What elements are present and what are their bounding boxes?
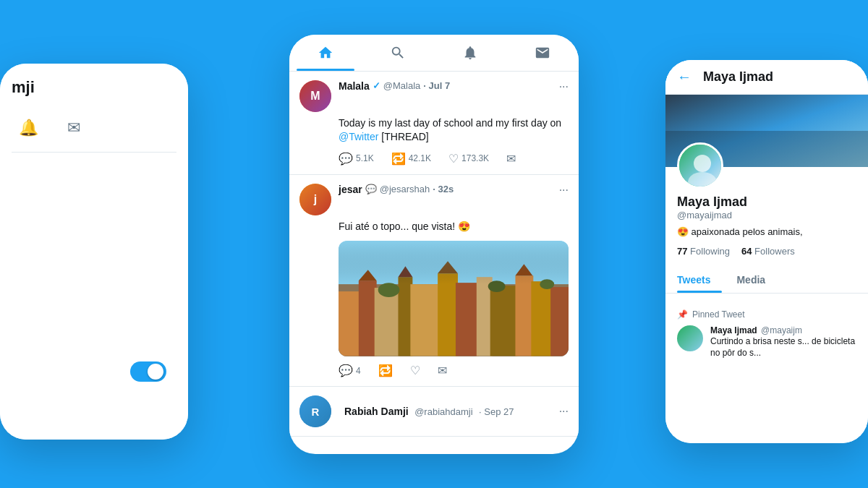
svg-rect-11	[515, 275, 533, 356]
share-action-jesar[interactable]: ✉	[438, 364, 447, 377]
pinned-tweet-handle: @mayaijm	[761, 325, 802, 335]
like-action-malala[interactable]: ♡ 173.3K	[448, 152, 489, 166]
svg-rect-2	[339, 291, 360, 356]
tweet-actions-malala: 💬 5.1K 🔁 42.1K ♡ 173.3K ✉	[339, 152, 569, 166]
left-phone: mji 🔔 ✉	[0, 64, 188, 440]
share-icon: ✉	[506, 152, 516, 166]
like-count-malala: 173.3K	[461, 153, 489, 163]
avatar-rabiah: R	[299, 395, 331, 427]
tab-tweets[interactable]: Tweets	[677, 267, 722, 293]
avatar-jesar: j	[299, 184, 331, 215]
toggle-switch[interactable]	[130, 361, 166, 382]
tweet-more-jesar[interactable]: ···	[559, 184, 569, 197]
toggle-area[interactable]	[130, 361, 166, 382]
speech-bubble-icon: 💬	[365, 184, 377, 194]
pinned-tweet-author: Maya Ijmad @mayaijm	[710, 325, 856, 335]
mail-icon: ✉	[67, 119, 80, 137]
reply-count-malala: 5.1K	[356, 153, 374, 163]
svg-point-25	[694, 155, 711, 172]
following-count: 77	[677, 246, 687, 257]
svg-rect-10	[490, 286, 518, 356]
retweet-count-malala: 42.1K	[409, 153, 431, 163]
svg-rect-12	[531, 281, 553, 356]
tweet-time-jesar: · 32s	[433, 184, 454, 194]
svg-rect-13	[550, 287, 569, 356]
profile-handle: @mayaijmad	[677, 210, 856, 221]
tweet-time-rabiah: · Sep 27	[479, 406, 514, 417]
like-action-jesar[interactable]: ♡	[410, 364, 420, 377]
pinned-label: 📌 Pinned Tweet	[677, 309, 856, 320]
tweet-handle-rabiah: @rabiahdamji	[414, 406, 472, 417]
pinned-section: 📌 Pinned Tweet Maya Ijmad @mayaijm Curti…	[665, 302, 868, 367]
nav-home[interactable]	[289, 35, 362, 71]
tweet-malala: M Malala ✓ @Malala · Jul 7 ··· Today is …	[289, 72, 579, 175]
tweet-meta-jesar: jesar 💬 @jesarshah · 32s	[339, 184, 559, 195]
svg-rect-21	[339, 241, 569, 285]
share-icon-jesar: ✉	[438, 364, 447, 377]
avatar-malala: M	[299, 80, 331, 112]
svg-rect-6	[410, 284, 439, 356]
tweet-time-malala: · Jul 7	[423, 80, 450, 91]
tweet-actions-jesar: 💬 4 🔁 ♡ ✉	[339, 364, 569, 377]
retweet-icon: 🔁	[391, 152, 406, 166]
nav-bell[interactable]	[434, 35, 506, 71]
svg-rect-7	[438, 274, 458, 356]
reply-count-jesar: 4	[356, 366, 361, 376]
tweet-more-rabiah[interactable]: ···	[559, 405, 569, 418]
profile-cover	[665, 95, 868, 167]
svg-point-18	[378, 283, 400, 297]
tweet-body-malala: Today is my last day of school and my fi…	[339, 116, 569, 145]
back-arrow-icon[interactable]: ←	[677, 69, 692, 85]
tweet-jesar: j jesar 💬 @jesarshah · 32s ··· Fui até o…	[289, 175, 579, 388]
profile-avatar	[677, 142, 723, 189]
bell-icon: 🔔	[19, 119, 38, 137]
tweet-handle-malala: @Malala	[383, 80, 421, 91]
pinned-tweet: Maya Ijmad @mayaijm Curtindo a brisa nes…	[677, 325, 856, 360]
retweet-icon-jesar: 🔁	[378, 364, 393, 377]
tweet-body-jesar: Fui até o topo... que vista! 😍	[339, 220, 569, 234]
heart-icon-jesar: ♡	[410, 364, 420, 377]
profile-bio: 😍 apaixonada pelos animais,	[677, 226, 856, 237]
nav-mail[interactable]	[506, 35, 579, 71]
following-label: Following	[690, 246, 730, 257]
reply-action-malala[interactable]: 💬 5.1K	[339, 152, 374, 166]
nav-search[interactable]	[362, 35, 434, 71]
center-phone: M Malala ✓ @Malala · Jul 7 ··· Today is …	[289, 35, 579, 454]
retweet-action-malala[interactable]: 🔁 42.1K	[391, 152, 431, 166]
profile-tabs: Tweets Media	[665, 267, 868, 294]
tweet-author-rabiah: Rabiah Damji @rabiahdamji · Sep 27	[344, 405, 514, 418]
tweet-more-malala[interactable]: ···	[559, 80, 569, 93]
svg-rect-4	[375, 288, 400, 356]
followers-label: Followers	[754, 246, 795, 257]
verified-badge-malala: ✓	[373, 80, 380, 91]
tweet-rabiah: R Rabiah Damji @rabiahdamji · Sep 27 ···	[289, 387, 579, 437]
right-phone-header: ← Maya Ijmad	[665, 60, 868, 95]
right-phone: ← Maya Ijmad	[665, 60, 868, 443]
heart-icon: ♡	[448, 152, 459, 166]
profile-name: Maya Ijmad	[677, 194, 856, 210]
twitter-link[interactable]: @Twitter	[339, 131, 378, 142]
profile-avatar-wrapper	[677, 142, 723, 189]
reply-action-jesar[interactable]: 💬 4	[339, 364, 361, 377]
tweet-author-malala: Malala	[339, 80, 370, 92]
tweet-image-jesar	[339, 241, 569, 356]
left-title: mji	[12, 78, 176, 97]
reply-icon-jesar: 💬	[339, 364, 353, 377]
followers-stat[interactable]: 64 Followers	[741, 246, 795, 257]
profile-header-title: Maya Ijmad	[703, 69, 773, 85]
svg-rect-8	[456, 283, 479, 356]
tweet-meta-malala: Malala ✓ @Malala · Jul 7	[339, 80, 559, 92]
followers-count: 64	[741, 246, 752, 257]
profile-stats: 77 Following 64 Followers	[677, 246, 856, 257]
pinned-avatar	[677, 325, 703, 351]
share-action-malala[interactable]: ✉	[506, 152, 516, 166]
tweet-author-jesar: jesar	[339, 184, 362, 195]
tweet-handle-jesar: @jesarshah	[380, 184, 430, 194]
following-stat[interactable]: 77 Following	[677, 246, 730, 257]
pinned-tweet-body: Curtindo a brisa neste s... de bicicleta…	[710, 335, 856, 360]
center-nav	[289, 35, 579, 72]
pin-icon: 📌	[677, 309, 688, 320]
left-icons-row: 🔔 ✉	[12, 111, 176, 153]
tab-media[interactable]: Media	[736, 267, 777, 293]
retweet-action-jesar[interactable]: 🔁	[378, 364, 393, 377]
